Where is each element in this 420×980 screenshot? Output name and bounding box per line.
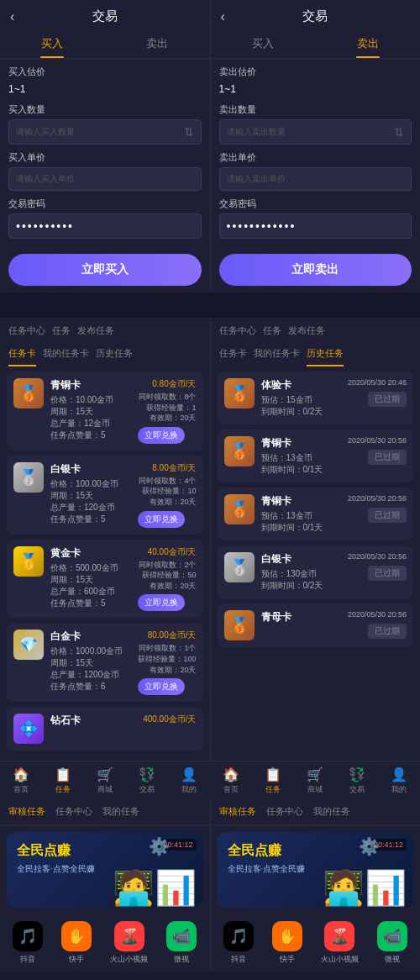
hist-tab-history[interactable]: 历史任务 bbox=[307, 347, 344, 366]
audit-center-left[interactable]: 任务中心 bbox=[55, 805, 92, 818]
buy-quantity-arrow: ⇅ bbox=[184, 125, 194, 139]
gold-card-rate: 40.00金币/天 bbox=[138, 546, 197, 558]
hist-card-last: 🥉 青母卡 2020/05/30 20:56 已过期 bbox=[218, 603, 414, 647]
left-nav-trade[interactable]: 💱 交易 bbox=[126, 761, 168, 798]
sell-submit-button[interactable]: 立即卖出 bbox=[219, 254, 412, 286]
buy-panel-body: 买入估价 1~1 买入数量 请输入买入数量 ⇅ 买入单价 请输入买入单价 交易密… bbox=[0, 59, 210, 292]
hist-card-bronze1: 🥉 青铜卡 预估：13金币到期时间：0/1天 2020/05/30 20:56 … bbox=[218, 429, 414, 482]
hist-tab-mine[interactable]: 我的任务卡 bbox=[254, 347, 300, 366]
diamond-card-icon: 💠 bbox=[13, 714, 44, 744]
buy-back-arrow[interactable]: ‹ bbox=[10, 9, 14, 24]
task-label-nav-right: 任务 bbox=[265, 784, 281, 795]
app-douyin-left[interactable]: 🎵 抖音 bbox=[13, 921, 43, 965]
buy-quantity-input[interactable]: 请输入买入数量 ⇅ bbox=[8, 119, 202, 145]
task-card-bronze: 🥉 青铜卡 价格：10.00金币周期：15天总产量：12金币任务点赞量：5 0.… bbox=[7, 371, 203, 450]
task-card-platinum: 💎 白金卡 价格：1000.00金币周期：15天总产量：1200金币任务点赞量：… bbox=[7, 623, 203, 702]
buy-panel: ‹ 交易 买入 卖出 买入估价 1~1 买入数量 请输入买入数量 ⇅ 买入单价 bbox=[0, 0, 211, 292]
diamond-card-right: 400.00金币/天 bbox=[138, 714, 197, 727]
sell-quantity-input[interactable]: 请输入卖出数量 ⇅ bbox=[219, 119, 412, 145]
diamond-card-rate: 400.00金币/天 bbox=[138, 714, 197, 725]
sell-password-input[interactable]: •••••••••••• bbox=[219, 213, 412, 239]
kuaishou-label-right: 快手 bbox=[280, 954, 295, 965]
gold-redeem-button[interactable]: 立即兑换 bbox=[138, 594, 185, 611]
task-card-list: 🥉 青铜卡 价格：10.00金币周期：15天总产量：12金币任务点赞量：5 0.… bbox=[0, 366, 210, 761]
silver-card-detail: 价格：100.00金币周期：15天总产量：120金币任务点赞量：5 bbox=[50, 478, 131, 525]
buy-tab-buy[interactable]: 买入 bbox=[0, 29, 105, 58]
app-kuaishou-right[interactable]: ✋ 快手 bbox=[272, 921, 302, 965]
audit-review-left[interactable]: 审核任务 bbox=[8, 805, 45, 818]
sell-price-input[interactable]: 请输入卖出单价 bbox=[219, 167, 412, 191]
promo-card-left[interactable]: 20:41:12 全民点赚 全民拉客·点赞全民赚 ⚙️ 🧑‍💻📊 bbox=[7, 832, 203, 908]
sell-tab-buy[interactable]: 买入 bbox=[211, 29, 316, 58]
app-huoshan-left[interactable]: 🌋 火山小视频 bbox=[110, 921, 148, 965]
task-history-panel: 任务中心 任务 发布任务 任务卡 我的任务卡 历史任务 🥉 体验卡 预估：15金… bbox=[211, 318, 421, 761]
buy-quantity-label: 买入数量 bbox=[8, 103, 202, 116]
kuaishou-icon-right: ✋ bbox=[272, 921, 302, 951]
task-label-right[interactable]: 任务 bbox=[263, 324, 281, 342]
task-center-label-right[interactable]: 任务中心 bbox=[219, 324, 256, 342]
audit-panel-right: 审核任务 任务中心 我的任务 bbox=[211, 798, 421, 825]
task-tab-history[interactable]: 历史任务 bbox=[96, 347, 133, 366]
audit-review-right[interactable]: 审核任务 bbox=[219, 805, 256, 818]
buy-quantity-group: 买入数量 请输入买入数量 ⇅ bbox=[8, 103, 202, 145]
bronze-card-name: 青铜卡 bbox=[50, 378, 131, 393]
task-list-panel: 任务中心 任务 发布任务 任务卡 我的任务卡 历史任务 🥉 青铜卡 价格：10.… bbox=[0, 318, 211, 761]
promo-card-right[interactable]: 20:41:12 全民点赚 全民拉客·点赞全民赚 ⚙️ 🧑‍💻📊 bbox=[218, 832, 414, 908]
task-publish-label-right[interactable]: 发布任务 bbox=[288, 324, 325, 342]
weishi-icon-right: 📹 bbox=[377, 921, 407, 951]
sell-password-group: 交易密码 •••••••••••• bbox=[219, 198, 412, 239]
task-label-nav-left: 任务 bbox=[55, 784, 71, 795]
platinum-redeem-button[interactable]: 立即兑换 bbox=[138, 678, 185, 695]
task-center-label-left[interactable]: 任务中心 bbox=[8, 324, 45, 342]
task-tab-cards[interactable]: 任务卡 bbox=[8, 347, 36, 366]
audit-mine-left[interactable]: 我的任务 bbox=[102, 805, 139, 818]
hist-exp-date: 2020/05/30 20:46 bbox=[331, 378, 407, 387]
buy-estimate-label: 买入估价 bbox=[8, 66, 202, 78]
audit-panel-left: 审核任务 任务中心 我的任务 bbox=[0, 798, 211, 825]
task-tab-mine[interactable]: 我的任务卡 bbox=[43, 347, 89, 366]
home-icon-left: 🏠 bbox=[13, 767, 29, 782]
hist-card-bronze2: 🥉 青铜卡 预估：13金币到期时间：0/1天 2020/05/30 20:56 … bbox=[218, 487, 414, 540]
trade-icon-right: 💱 bbox=[349, 767, 365, 782]
silver-redeem-button[interactable]: 立即兑换 bbox=[138, 511, 185, 528]
hist-exp-left: 体验卡 预估：15金币到期时间：0/2天 bbox=[261, 378, 325, 418]
app-kuaishou-left[interactable]: ✋ 快手 bbox=[61, 921, 92, 965]
buy-price-input[interactable]: 请输入买入单价 bbox=[8, 167, 202, 191]
buy-tab-sell[interactable]: 卖出 bbox=[105, 29, 210, 58]
left-nav-shop[interactable]: 🛒 商城 bbox=[84, 761, 126, 798]
right-nav-home[interactable]: 🏠 首页 bbox=[210, 761, 252, 798]
app-huoshan-right[interactable]: 🌋 火山小视频 bbox=[321, 921, 359, 965]
audit-center-right[interactable]: 任务中心 bbox=[266, 805, 303, 818]
bronze-redeem-button[interactable]: 立即兑换 bbox=[138, 427, 185, 444]
left-nav-task[interactable]: 📋 任务 bbox=[42, 761, 84, 798]
buy-submit-button[interactable]: 立即买入 bbox=[8, 254, 202, 286]
hist-exp-name: 体验卡 bbox=[261, 378, 325, 393]
right-nav-shop[interactable]: 🛒 商城 bbox=[294, 761, 336, 798]
kuaishou-label-left: 快手 bbox=[69, 954, 84, 965]
hist-tab-cards[interactable]: 任务卡 bbox=[219, 347, 247, 366]
audit-mine-right[interactable]: 我的任务 bbox=[313, 805, 350, 818]
sell-panel: ‹ 交易 买入 卖出 卖出估价 1~1 卖出数量 请输入卖出数量 ⇅ 卖出单价 bbox=[211, 0, 421, 292]
sell-tab-sell[interactable]: 卖出 bbox=[315, 29, 420, 58]
left-nav-home[interactable]: 🏠 首页 bbox=[0, 761, 42, 798]
promo-figure-right: 🧑‍💻📊 bbox=[323, 868, 407, 908]
task-publish-label-left[interactable]: 发布任务 bbox=[77, 324, 114, 342]
douyin-label-left: 抖音 bbox=[20, 954, 35, 965]
app-weishi-right[interactable]: 📹 微视 bbox=[377, 921, 407, 965]
left-nav-mine[interactable]: 👤 我的 bbox=[168, 761, 210, 798]
gold-card-name: 黄金卡 bbox=[50, 546, 131, 561]
right-nav-mine[interactable]: 👤 我的 bbox=[378, 761, 420, 798]
app-douyin-right[interactable]: 🎵 抖音 bbox=[223, 921, 254, 965]
task-label-left[interactable]: 任务 bbox=[52, 324, 71, 342]
task-sections: 任务中心 任务 发布任务 任务卡 我的任务卡 历史任务 🥉 青铜卡 价格：10.… bbox=[0, 318, 420, 761]
right-nav-task[interactable]: 📋 任务 bbox=[252, 761, 294, 798]
hist-bronze1-date: 2020/05/30 20:56 bbox=[331, 436, 407, 445]
sell-price-label: 卖出单价 bbox=[219, 151, 412, 164]
gold-card-icon: 🥇 bbox=[13, 546, 44, 577]
sell-back-arrow[interactable]: ‹ bbox=[221, 9, 225, 24]
buy-password-input[interactable]: •••••••••• bbox=[8, 213, 202, 239]
app-weishi-left[interactable]: 📹 微视 bbox=[166, 921, 197, 965]
right-nav-trade[interactable]: 💱 交易 bbox=[336, 761, 378, 798]
mine-icon-right: 👤 bbox=[391, 767, 407, 782]
silver-card-meta: 同时领取数：4个获得经验量：10有效期：20天 bbox=[138, 476, 197, 508]
